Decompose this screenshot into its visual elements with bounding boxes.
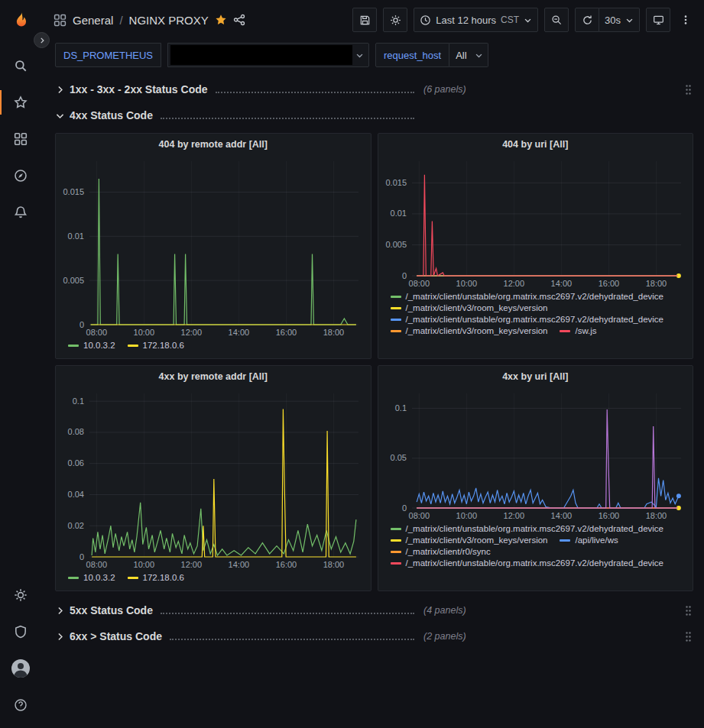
svg-text:12:00: 12:00 bbox=[181, 328, 203, 337]
shield-icon bbox=[14, 625, 28, 639]
svg-text:0: 0 bbox=[79, 320, 84, 329]
datasource-variable-select[interactable] bbox=[167, 43, 369, 67]
timeseries-plot[interactable]: 00.0050.010.01508:0010:0012:0014:0016:00… bbox=[59, 155, 368, 338]
refresh-interval-select[interactable]: 30s bbox=[599, 8, 640, 32]
panel-4xx-by-remote-addr: 4xx by remote addr [All] 00.020.040.060.… bbox=[55, 365, 371, 591]
row-1xx-3xx-2xx-status-code[interactable]: 1xx - 3xx - 2xx Status Code (6 panels) bbox=[55, 78, 693, 101]
grafana-app: General / NGINX PROXY bbox=[0, 0, 704, 728]
legend-item[interactable]: /_matrix/client/r0/sync bbox=[391, 547, 491, 556]
svg-text:12:00: 12:00 bbox=[503, 279, 524, 288]
refresh-icon bbox=[582, 15, 593, 26]
row-drag-handle[interactable] bbox=[685, 84, 693, 95]
svg-text:16:00: 16:00 bbox=[598, 511, 619, 520]
svg-text:12:00: 12:00 bbox=[503, 511, 524, 520]
legend-item[interactable]: 172.18.0.6 bbox=[128, 573, 184, 582]
panel-title[interactable]: 4xx by remote addr [All] bbox=[59, 366, 368, 387]
sidebar-expand-button[interactable] bbox=[34, 32, 50, 48]
breadcrumb-folder[interactable]: General bbox=[73, 14, 113, 27]
main-area: General / NGINX PROXY bbox=[41, 0, 704, 728]
legend-item[interactable]: /_matrix/client/unstable/org.matrix.msc2… bbox=[391, 315, 664, 324]
sidebar-item-explore[interactable] bbox=[0, 157, 41, 194]
svg-text:0: 0 bbox=[79, 552, 84, 561]
row-drag-handle[interactable] bbox=[685, 605, 693, 616]
chevron-right-icon bbox=[38, 37, 46, 44]
zoom-out-icon bbox=[551, 15, 563, 26]
timeseries-plot[interactable]: 00.020.040.060.080.108:0010:0012:0014:00… bbox=[59, 387, 368, 571]
datasource-value-redacted bbox=[170, 45, 352, 65]
row-dotted-leader bbox=[161, 110, 414, 119]
svg-text:0.06: 0.06 bbox=[68, 458, 84, 468]
request-host-variable-label[interactable]: request_host bbox=[375, 43, 449, 67]
legend-item[interactable]: /_matrix/client/v3/room_keys/version bbox=[391, 303, 548, 312]
panel-legend: 10.0.3.2172.18.0.6 bbox=[59, 338, 368, 357]
grafana-flame-icon bbox=[9, 10, 32, 33]
time-range-picker[interactable]: Last 12 hours CST bbox=[414, 8, 538, 32]
chevron-down-icon bbox=[473, 51, 488, 60]
share-icon[interactable] bbox=[233, 14, 245, 26]
svg-text:0.1: 0.1 bbox=[73, 396, 84, 406]
request-host-variable-select[interactable]: All bbox=[449, 43, 488, 67]
svg-text:0: 0 bbox=[401, 271, 406, 280]
row-4xx-status-code[interactable]: 4xx Status Code bbox=[55, 104, 693, 127]
datasource-variable-label[interactable]: DS_PROMETHEUS bbox=[55, 43, 161, 67]
row-dotted-leader bbox=[161, 605, 414, 614]
dashboard-body: 1xx - 3xx - 2xx Status Code (6 panels) 4… bbox=[41, 75, 704, 728]
legend-item[interactable]: 10.0.3.2 bbox=[68, 341, 115, 350]
sidebar-item-alerting[interactable] bbox=[0, 194, 41, 231]
more-options-button[interactable] bbox=[676, 8, 695, 32]
save-dashboard-button[interactable] bbox=[352, 8, 377, 32]
sidebar-item-server-admin[interactable] bbox=[0, 613, 41, 650]
legend-item[interactable]: /_matrix/client/v3/room_keys/version bbox=[391, 326, 548, 335]
svg-text:0.04: 0.04 bbox=[68, 490, 84, 499]
compass-icon bbox=[14, 169, 28, 183]
svg-text:10:00: 10:00 bbox=[134, 328, 155, 337]
svg-text:0.01: 0.01 bbox=[390, 209, 406, 218]
zoom-out-button[interactable] bbox=[544, 8, 569, 32]
svg-text:12:00: 12:00 bbox=[181, 560, 203, 569]
sidebar-item-search[interactable] bbox=[0, 47, 41, 84]
legend-item[interactable]: /_matrix/client/unstable/org.matrix.msc2… bbox=[391, 292, 664, 301]
gear-icon bbox=[390, 15, 401, 26]
panel-404-by-remote-addr: 404 by remote addr [All] 00.0050.010.015… bbox=[55, 133, 371, 359]
row-drag-handle[interactable] bbox=[685, 631, 693, 642]
row-6xx-status-code[interactable]: 6xx > Status Code (2 panels) bbox=[55, 625, 693, 648]
sidebar-item-profile[interactable] bbox=[0, 650, 41, 687]
refresh-button[interactable] bbox=[575, 8, 599, 32]
dashboard-title[interactable]: NGINX PROXY bbox=[129, 14, 209, 27]
refresh-group: 30s bbox=[575, 8, 640, 32]
timeseries-plot[interactable]: 00.0050.010.01508:0010:0012:0014:0016:00… bbox=[381, 155, 690, 290]
cycle-view-mode-button[interactable] bbox=[646, 8, 670, 32]
svg-text:0.08: 0.08 bbox=[68, 427, 84, 436]
legend-item[interactable]: /_matrix/client/unstable/org.matrix.msc2… bbox=[391, 558, 664, 568]
dashboard-settings-button[interactable] bbox=[383, 8, 407, 32]
row-left: 5xx Status Code bbox=[55, 604, 416, 616]
legend-item[interactable]: /api/live/ws bbox=[560, 535, 618, 545]
legend-item[interactable]: /_matrix/client/v3/room_keys/version bbox=[391, 535, 548, 545]
chevron-right-icon bbox=[55, 606, 65, 616]
grafana-logo[interactable] bbox=[0, 6, 41, 37]
panel-title[interactable]: 404 by remote addr [All] bbox=[59, 134, 368, 155]
row-5xx-status-code[interactable]: 5xx Status Code (4 panels) bbox=[55, 599, 693, 622]
panel-title[interactable]: 404 by uri [All] bbox=[381, 134, 690, 155]
svg-text:10:00: 10:00 bbox=[134, 560, 155, 569]
request-host-variable: request_host All bbox=[375, 43, 488, 67]
favorite-star-icon[interactable] bbox=[215, 14, 227, 26]
sidebar-item-help[interactable] bbox=[0, 687, 41, 723]
kebab-menu-icon bbox=[680, 14, 691, 26]
sidebar-item-configuration[interactable] bbox=[0, 577, 41, 613]
dashboard-apps-icon bbox=[54, 14, 67, 27]
svg-text:10:00: 10:00 bbox=[456, 279, 477, 288]
timezone-label: CST bbox=[501, 15, 519, 25]
row-dotted-leader bbox=[170, 631, 414, 640]
clock-icon bbox=[420, 15, 431, 26]
legend-item[interactable]: 172.18.0.6 bbox=[128, 341, 184, 350]
legend-item[interactable]: /_matrix/client/unstable/org.matrix.msc2… bbox=[391, 524, 664, 533]
row-left: 6xx > Status Code bbox=[55, 630, 416, 642]
legend-item[interactable]: /sw.js bbox=[560, 326, 596, 335]
svg-text:0.01: 0.01 bbox=[68, 231, 84, 241]
sidebar-item-dashboards[interactable] bbox=[0, 121, 41, 157]
panel-title[interactable]: 4xx by uri [All] bbox=[381, 366, 690, 387]
sidebar-item-starred[interactable] bbox=[0, 84, 41, 121]
timeseries-plot[interactable]: 00.050.108:0010:0012:0014:0016:0018:00 bbox=[381, 387, 690, 522]
legend-item[interactable]: 10.0.3.2 bbox=[68, 573, 115, 582]
